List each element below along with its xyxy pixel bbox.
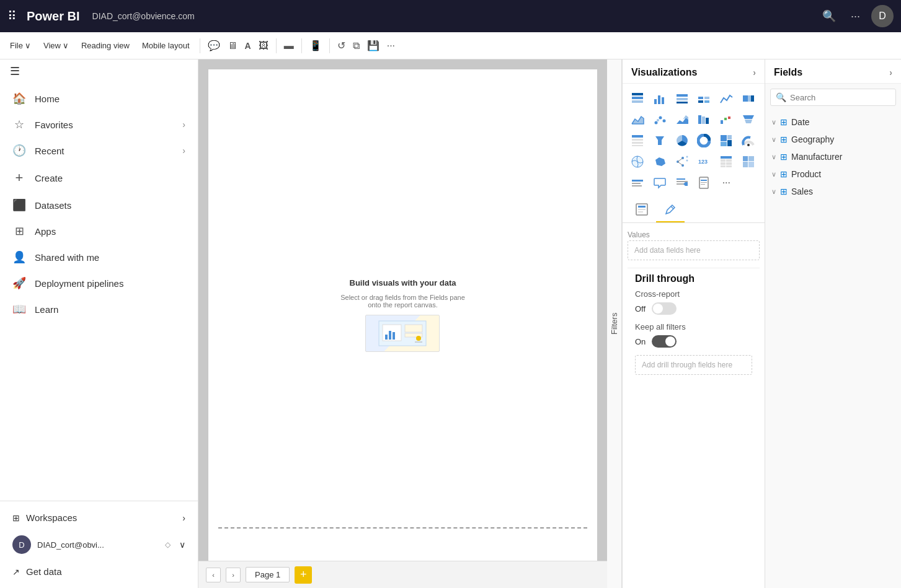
viz-icon-100pct-bar[interactable] [739,89,758,108]
viz-icon-table[interactable] [716,152,736,172]
viz-icon-funnel[interactable] [739,110,758,129]
field-group-date[interactable]: ∨ ⊞ Date [765,113,901,131]
svg-rect-81 [638,209,646,210]
chevron-down-icon: ∨ [771,188,776,196]
field-group-label: Sales [791,186,813,196]
viz-icon-smart-narrative[interactable] [672,173,692,193]
keep-filters-toggle[interactable] [652,335,677,348]
sidebar-item-recent[interactable]: 🕐 Recent › [0,138,198,164]
viz-icon-waterfall[interactable] [716,110,736,129]
viz-icon-bar-chart[interactable] [650,89,670,108]
viz-icon-funnel2[interactable] [650,131,670,151]
viz-icon-stacked-bar[interactable] [628,89,647,108]
svg-rect-66 [748,156,754,161]
duplicate-icon[interactable]: ⧉ [350,38,362,54]
add-drill-fields[interactable]: Add drill through fields here [635,355,752,375]
sidebar-item-learn[interactable]: 📖 Learn [0,296,198,322]
viz-icon-stacked-area[interactable] [672,110,692,129]
viz-icon-map[interactable] [628,152,647,172]
viz-icon-text[interactable] [628,173,647,193]
fields-expand-icon[interactable]: › [889,68,892,77]
expand-icon[interactable]: › [753,68,756,77]
viz-icon-decomp-tree[interactable] [672,152,692,172]
hamburger-icon[interactable]: ☰ [7,63,22,80]
field-group-geography[interactable]: ∨ ⊞ Geography [765,131,901,148]
drill-through-section: Drill through Cross-report Off Keep all … [628,268,760,387]
svg-rect-59 [721,159,726,162]
workspaces-label: Workspaces [26,512,176,523]
sidebar-item-getdata[interactable]: ↗ Get data [0,560,198,583]
page-next-button[interactable]: › [226,568,241,582]
viz-icon-paginated[interactable] [694,173,714,193]
viz-icon-filled-map[interactable] [650,152,670,172]
search-icon[interactable]: 🔍 [822,9,836,23]
phone-icon[interactable]: 📱 [307,37,324,54]
page-tab[interactable]: Page 1 [246,567,290,582]
image-icon[interactable]: 🖼 [256,38,271,54]
svg-rect-22 [743,95,748,102]
more-options-icon[interactable]: ··· [851,10,860,23]
viz-icon-treemap[interactable] [716,131,736,151]
viz-icon-line-chart[interactable] [716,89,736,108]
viz-icon-matrix[interactable] [628,131,647,151]
viz-icon-matrix2[interactable] [739,152,758,172]
filters-strip[interactable]: Filters [607,59,622,588]
present-icon[interactable]: 🖥 [225,38,240,54]
field-group-manufacturer[interactable]: ∨ ⊞ Manufacturer [765,148,901,165]
sidebar-item-datasets[interactable]: ⬛ Datasets [0,192,198,218]
separator3 [301,38,302,53]
viz-icon-area-chart[interactable] [628,110,647,129]
page-bar: ‹ › Page 1 + [198,561,607,588]
viz-icon-clustered-bar[interactable] [694,89,714,108]
save-icon[interactable]: 💾 [365,37,382,54]
sidebar-item-home[interactable]: 🏠 Home [0,86,198,112]
sidebar-item-deployment[interactable]: 🚀 Deployment pipelines [0,270,198,296]
viz-tab-fields[interactable] [628,198,656,222]
sidebar-item-shared[interactable]: 👤 Shared with me [0,244,198,270]
viz-icon-more[interactable]: ··· [716,173,736,193]
viz-icon-pie[interactable] [672,131,692,151]
user-label: DIAD_cort@obvi... [37,540,159,550]
apps-grid-icon[interactable]: ⠿ [7,9,17,24]
viz-icon-kpi[interactable]: 123 [694,152,714,172]
viz-icon-scatter[interactable] [650,110,670,129]
text-icon[interactable]: A [242,38,254,53]
field-group-product[interactable]: ∨ ⊞ Product [765,165,901,183]
comment-icon[interactable]: 💬 [205,37,223,54]
user-avatar[interactable]: D [871,5,894,27]
svg-rect-12 [654,99,657,104]
sidebar-item-user[interactable]: D DIAD_cort@obvi... ◇ ∨ [0,529,198,560]
sidebar-item-favorites[interactable]: ☆ Favorites › [0,112,198,138]
viz-icon-stacked-col[interactable] [672,89,692,108]
sidebar-item-create[interactable]: + Create [0,164,198,192]
canvas-separator [218,527,587,529]
add-page-button[interactable]: + [295,566,312,584]
reading-view-button[interactable]: Reading view [76,38,135,53]
view-menu[interactable]: View ∨ [38,38,74,53]
refresh-icon[interactable]: ↺ [335,37,348,54]
file-menu[interactable]: File ∨ [5,38,36,53]
field-group-label: Product [791,169,821,179]
viz-icon-donut[interactable] [694,131,714,151]
viz-icon-gauge[interactable] [739,131,758,151]
fields-search-input[interactable] [790,93,894,102]
svg-rect-30 [702,116,705,124]
sidebar-item-apps[interactable]: ⊞ Apps [0,218,198,244]
add-data-fields[interactable]: Add data fields here [628,240,760,260]
sidebar-item-workspaces[interactable]: ⊞ Workspaces › [0,506,198,529]
viz-icon-qna[interactable] [650,173,670,193]
rectangle-icon[interactable]: ▬ [282,38,296,54]
viz-icon-ribbon[interactable] [694,110,714,129]
table-icon: ⊞ [780,134,788,144]
page-prev-button[interactable]: ‹ [206,568,221,582]
diamond-icon: ◇ [165,540,171,549]
field-group-sales[interactable]: ∨ ⊞ Sales [765,183,901,200]
svg-rect-72 [677,178,685,180]
mobile-layout-button[interactable]: Mobile layout [137,38,195,53]
canvas-inner[interactable]: Build visuals with your data Select or d… [208,69,597,561]
svg-rect-37 [632,135,643,138]
svg-rect-69 [632,180,643,182]
viz-tab-format[interactable] [656,198,685,222]
cross-report-toggle[interactable] [652,302,677,315]
more-cmd-icon[interactable]: ··· [384,38,397,54]
